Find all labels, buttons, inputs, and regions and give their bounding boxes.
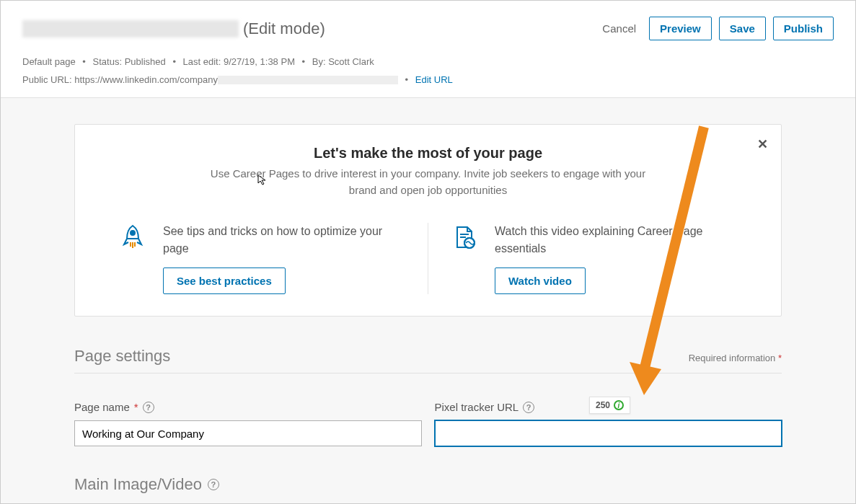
header: (Edit mode) Cancel Preview Save Publish … — [1, 1, 855, 98]
promo-title: Let's make the most of your page — [97, 145, 759, 162]
public-url-value: https://www.linkedin.com/company — [74, 74, 218, 85]
header-top: (Edit mode) Cancel Preview Save Publish — [22, 17, 834, 40]
page-name-label: Page name* ? — [74, 401, 422, 413]
help-icon[interactable]: ? — [523, 402, 534, 413]
pixel-tracker-input[interactable] — [435, 420, 782, 446]
page-name-col: Page name* ? — [74, 401, 422, 446]
page-title-redacted — [22, 20, 239, 37]
main-image-video-title: Main Image/Video ? — [74, 475, 782, 494]
page-name-input[interactable] — [74, 420, 422, 446]
promo-video-text: Watch this video explaining Career Page … — [495, 223, 738, 257]
publish-button[interactable]: Publish — [773, 17, 834, 40]
svg-point-0 — [131, 231, 135, 235]
page-settings-header: Page settings Required information * — [74, 347, 782, 373]
rocket-icon — [118, 223, 147, 254]
watch-video-button[interactable]: Watch video — [495, 268, 586, 294]
by-label: By: — [312, 56, 326, 67]
public-url-label: Public URL: — [22, 74, 72, 85]
default-page-text: Default page — [22, 56, 76, 67]
save-button[interactable]: Save — [719, 17, 766, 40]
settings-form-row: Page name* ? Pixel tracker URL ? 250 i — [74, 401, 782, 446]
by-value: Scott Clark — [328, 56, 374, 67]
promo-tips-body: See tips and tricks on how to optimize y… — [163, 223, 406, 294]
promo-tips-text: See tips and tricks on how to optimize y… — [163, 223, 406, 257]
url-redacted — [218, 76, 398, 84]
char-count-value: 250 — [596, 400, 610, 410]
cancel-button[interactable]: Cancel — [596, 18, 642, 39]
meta-line: Default page • Status: Published • Last … — [22, 53, 834, 89]
cursor-icon — [257, 174, 268, 187]
required-info-label: Required information * — [689, 353, 782, 363]
header-actions: Cancel Preview Save Publish — [596, 17, 834, 40]
last-edit-label: Last edit: — [183, 56, 221, 67]
last-edit-value: 9/27/19, 1:38 PM — [224, 56, 295, 67]
pixel-tracker-col: Pixel tracker URL ? 250 i — [435, 401, 782, 446]
help-icon[interactable]: ? — [143, 402, 154, 413]
title-area: (Edit mode) — [22, 19, 325, 38]
see-best-practices-button[interactable]: See best practices — [163, 268, 286, 294]
promo-video-body: Watch this video explaining Career Page … — [495, 223, 738, 294]
info-icon: i — [614, 400, 624, 410]
preview-button[interactable]: Preview — [649, 17, 712, 40]
body-area: ✕ Let's make the most of your page Use C… — [1, 98, 855, 504]
document-video-icon — [450, 223, 479, 254]
promo-col-video: Watch this video explaining Career Page … — [428, 223, 759, 294]
page-settings-title: Page settings — [74, 347, 170, 366]
promo-subtitle: Use Career Pages to drive interest in yo… — [205, 166, 652, 198]
status-label: Status: — [93, 56, 122, 67]
promo-columns: See tips and tricks on how to optimize y… — [97, 223, 759, 294]
status-value: Published — [125, 56, 166, 67]
char-count-badge: 250 i — [589, 397, 630, 414]
promo-card: ✕ Let's make the most of your page Use C… — [74, 124, 782, 317]
help-icon[interactable]: ? — [208, 479, 219, 490]
close-icon[interactable]: ✕ — [757, 136, 768, 152]
promo-col-tips: See tips and tricks on how to optimize y… — [97, 223, 428, 294]
edit-url-link[interactable]: Edit URL — [415, 74, 453, 85]
edit-mode-label: (Edit mode) — [243, 19, 325, 38]
